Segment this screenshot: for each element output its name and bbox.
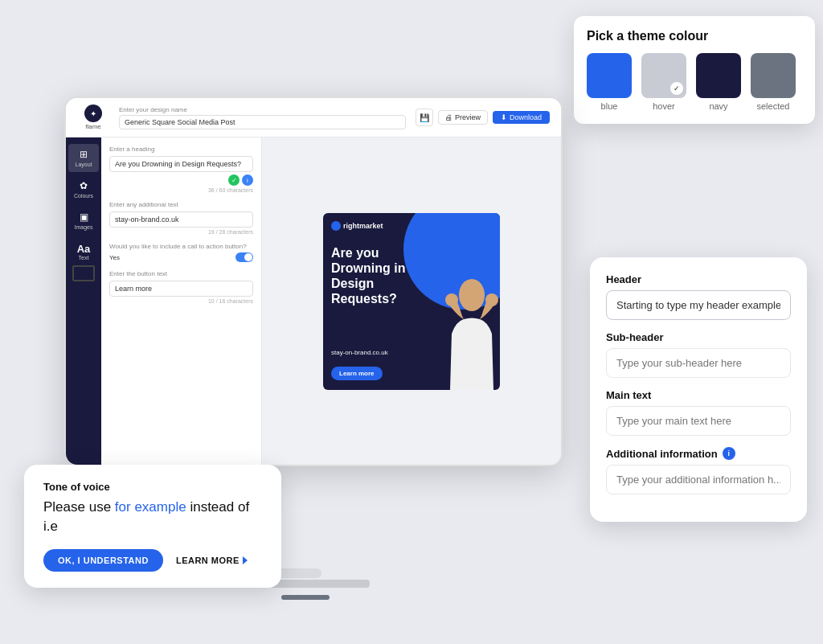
laptop-screen: ✦ flame Enter your design name Generic S… [66, 98, 561, 465]
learn-more-button[interactable]: LEARN MORE [176, 556, 248, 565]
color-label-selected: selected [757, 101, 790, 111]
colours-icon: ✿ [80, 180, 88, 191]
theme-colour-popup: Pick a theme colour blue ✓ hover navy se… [574, 16, 815, 124]
arrow-right-icon [243, 556, 248, 564]
tone-of-voice-popup: Tone of voice Please use for example ins… [24, 465, 281, 588]
design-name-area: Enter your design name Generic Square So… [119, 106, 406, 129]
additional-info-icon[interactable]: i [723, 447, 735, 460]
button-text-input[interactable] [109, 281, 253, 297]
canvas-area: rightmarket Are youDrowning inDesignRequ… [262, 137, 561, 465]
header-field: Header [606, 273, 791, 320]
sidebar-item-images[interactable]: ▣ Images [68, 207, 99, 235]
card-headline: Are youDrowning inDesignRequests? [331, 245, 492, 307]
subheader-input[interactable] [606, 348, 791, 378]
ok-understand-button[interactable]: OK, I UNDERSTAND [43, 549, 163, 572]
maintext-field: Main text [606, 389, 791, 436]
header-input[interactable] [606, 290, 791, 320]
card-logo-icon [331, 221, 341, 231]
right-form-panel: Header Sub-header Main text Additional i… [590, 257, 807, 522]
cta-toggle-switch[interactable] [235, 252, 253, 262]
maintext-field-label: Main text [606, 389, 791, 401]
cta-toggle-group: Would you like to include a call to acti… [109, 243, 253, 262]
tone-popup-text: Please use for example instead of i.e [43, 498, 262, 536]
color-option-navy[interactable]: navy [696, 53, 741, 111]
tone-text-before: Please use [43, 499, 115, 515]
additional-text-label: Enter any additional text [109, 201, 253, 208]
additional-text-input[interactable] [109, 211, 253, 228]
heading-group: Enter a heading ✓ i 36 / 60 characters [109, 146, 253, 193]
sidebar-item-text[interactable]: Aa Text [68, 238, 99, 286]
text-aa-label: Aa [77, 243, 91, 255]
sidebar-color-swatch [72, 265, 95, 281]
additional-info-field: Additional information i [606, 447, 791, 494]
subheader-field-label: Sub-header [606, 331, 791, 343]
laptop-topbar: ✦ flame Enter your design name Generic S… [66, 98, 561, 137]
topbar-actions: 💾 🖨 Preview ⬇ Download [416, 109, 550, 126]
layout-icon: ⊞ [80, 149, 88, 160]
tone-text-ie: i.e [43, 519, 58, 534]
sidebar-label-images: Images [75, 224, 93, 230]
button-char-count: 10 / 16 characters [109, 298, 253, 304]
subheader-field: Sub-header [606, 331, 791, 378]
color-option-blue[interactable]: blue [587, 53, 632, 111]
additional-char-count: 19 / 28 characters [109, 229, 253, 235]
laptop-main-content: ⊞ Layout ✿ Colours ▣ Images Aa Text [66, 137, 561, 465]
color-swatch-blue[interactable] [587, 53, 632, 98]
color-option-hover[interactable]: ✓ hover [641, 53, 686, 111]
color-swatch-selected[interactable] [751, 53, 796, 98]
download-icon: ⬇ [501, 113, 507, 121]
logo-label: flame [85, 123, 101, 130]
heading-icons: ✓ i [109, 174, 253, 186]
heading-char-count: 36 / 60 characters [109, 187, 253, 193]
preview-button[interactable]: 🖨 Preview [438, 110, 488, 125]
header-field-label: Header [606, 273, 791, 285]
color-option-selected[interactable]: selected [751, 53, 796, 111]
color-label-blue: blue [601, 101, 618, 111]
additional-info-input[interactable] [606, 465, 791, 494]
additional-text-group: Enter any additional text 19 / 28 charac… [109, 201, 253, 235]
heading-icon-green[interactable]: ✓ [228, 174, 240, 186]
card-cta-button: Learn more [331, 367, 383, 380]
button-text-group: Enter the button text 10 / 16 characters [109, 270, 253, 304]
heading-label: Enter a heading [109, 146, 253, 153]
flame-icon: ✦ [84, 105, 102, 122]
images-icon: ▣ [80, 211, 88, 223]
laptop-base-line [281, 595, 330, 600]
color-label-hover: hover [653, 101, 675, 111]
card-logo: rightmarket [331, 221, 383, 231]
cta-toggle-row: Yes [109, 252, 253, 262]
theme-colors-row: blue ✓ hover navy selected [587, 53, 802, 111]
form-panel: Enter a heading ✓ i 36 / 60 characters E… [101, 137, 262, 465]
maintext-input[interactable] [606, 406, 791, 436]
social-media-card: rightmarket Are youDrowning inDesignRequ… [323, 213, 500, 390]
sidebar-item-colours[interactable]: ✿ Colours [68, 175, 99, 203]
download-button[interactable]: ⬇ Download [493, 111, 550, 124]
laptop-frame: ✦ flame Enter your design name Generic S… [64, 96, 563, 466]
theme-popup-title: Pick a theme colour [587, 29, 802, 43]
tone-text-highlight: for example [115, 499, 186, 515]
sidebar: ⊞ Layout ✿ Colours ▣ Images Aa Text [66, 137, 101, 465]
preview-icon: 🖨 [445, 113, 452, 121]
color-label-navy: navy [709, 101, 727, 111]
sidebar-label-text: Text [79, 255, 89, 260]
sidebar-item-layout[interactable]: ⊞ Layout [68, 144, 99, 172]
additional-info-label: Additional information i [606, 447, 791, 460]
design-name-value[interactable]: Generic Square Social Media Post [119, 115, 406, 129]
tone-actions: OK, I UNDERSTAND LEARN MORE [43, 549, 262, 572]
tone-popup-title: Tone of voice [43, 481, 262, 493]
button-text-label: Enter the button text [109, 270, 253, 277]
heading-icon-blue[interactable]: i [242, 174, 253, 186]
tone-text-after: instead of [186, 499, 249, 515]
design-name-label: Enter your design name [119, 106, 406, 113]
sidebar-label-colours: Colours [74, 193, 93, 199]
color-swatch-hover[interactable]: ✓ [641, 53, 686, 98]
selected-checkmark: ✓ [670, 82, 683, 95]
logo-area: ✦ flame [77, 105, 109, 130]
heading-input[interactable] [109, 156, 253, 172]
cta-yes-label: Yes [109, 254, 120, 261]
cta-label: Would you like to include a call to acti… [109, 243, 253, 250]
color-swatch-navy[interactable] [696, 53, 741, 98]
sidebar-label-layout: Layout [75, 162, 92, 167]
card-subtext: stay-on-brand.co.uk [331, 349, 388, 356]
save-icon-button[interactable]: 💾 [416, 109, 433, 126]
